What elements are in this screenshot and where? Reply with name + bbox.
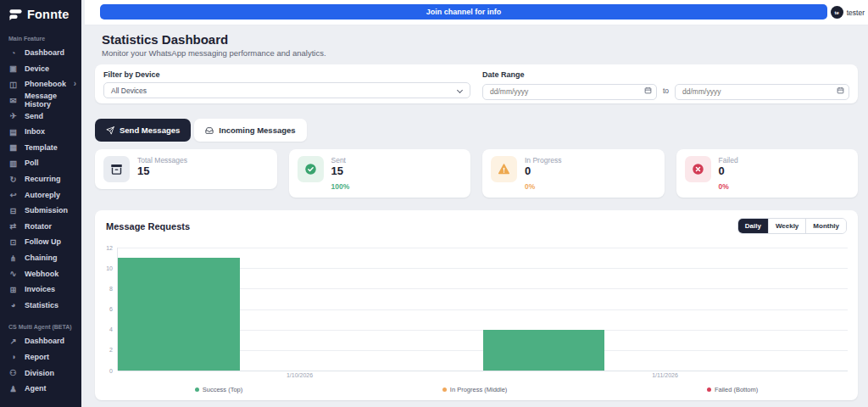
range-button-weekly[interactable]: Weekly [769,219,806,233]
sidebar-item-label: Poll [25,159,39,167]
legend-item-in[interactable]: In Progress (Middle) [442,386,508,393]
sidebar-item-label: Division [25,369,54,377]
sidebar-item-webhook[interactable]: ∿Webhook [0,265,85,282]
device-select-value: All Devices [111,86,147,95]
sidebar-item-division[interactable]: ⚇Division [0,365,85,381]
chart-x-axis: 1/10/20261/11/2026 [117,372,848,378]
warning-triangle-icon [491,156,517,182]
follow-up-icon: ⊡ [8,237,18,247]
person-icon: ♟ [8,384,18,393]
stat-label: In Progress [525,156,561,164]
sidebar-item-label: Follow Up [25,237,61,246]
sidebar-item-agent[interactable]: ♟Agent [0,381,85,397]
date-to-input[interactable] [675,84,849,100]
legend-label: Success (Top) [203,386,243,393]
device-icon: ▣ [8,64,18,73]
x-circle-icon [685,156,711,182]
sidebar-item-label: Autoreply [25,191,60,199]
device-filter-label: Filter by Device [103,70,470,79]
sidebar-item-dashboard[interactable]: ◔Dashboard [0,45,85,61]
sidebar-item-recurring[interactable]: ↻Recurring [0,171,85,187]
sidebar-item-cs-dashboard[interactable]: ↗Dashboard [0,333,85,349]
y-tick-label: 10 [106,265,113,271]
stat-value: 0 [525,164,561,179]
chart-card: Message Requests DailyWeeklyMonthly 0246… [95,210,858,400]
sidebar-item-chaining[interactable]: ⋔Chaining [0,250,85,266]
sidebar-item-follow-up[interactable]: ⊡Follow Up [0,234,85,250]
sidebar-item-phonebook[interactable]: ◫Phonebook› [0,76,85,92]
sidebar-item-label: Dashboard [25,337,64,345]
date-range-label: Date Range [482,70,849,79]
bar-chart-plot [117,248,848,371]
sidebar-nav: Main Feature◔Dashboard▣Device◫Phonebook›… [0,25,85,396]
legend-dot-icon [707,387,711,392]
username: tester [847,8,865,17]
user-menu[interactable]: te tester [831,6,865,19]
page-subtitle: Monitor your WhatsApp messaging performa… [102,48,326,58]
recurring-icon: ↻ [8,175,18,184]
x-tick-label: 1/11/2026 [482,372,848,378]
gridline [118,371,848,371]
users-icon: ⚇ [8,368,18,377]
main-content: Statistics Dashboard Monitor your WhatsA… [85,25,868,407]
sidebar-item-label: Statistics [25,301,58,309]
autoreply-icon: ↩ [8,190,18,199]
sidebar-item-label: Webhook [25,270,58,278]
bar-group [118,248,483,371]
date-range-filter: Date Range to [482,70,849,98]
device-select[interactable]: All Devices [103,82,470,98]
legend-item-success[interactable]: Success (Top) [195,386,243,393]
tab-label: Send Messages [120,125,180,135]
stat-value: 0 [719,164,738,179]
chaining-icon: ⋔ [8,254,18,263]
sidebar-item-label: Rotator [25,222,52,231]
rotator-icon: ⇄ [8,221,18,231]
message-tabs: Send MessagesIncoming Messages [95,119,307,142]
stats-row: Total Messages15Sent15100%In Progress00%… [95,149,858,198]
sidebar-item-rotator[interactable]: ⇄Rotator [0,219,85,235]
range-button-monthly[interactable]: Monthly [806,219,846,233]
legend-dot-icon [442,387,447,392]
sidebar-item-message-history[interactable]: ✉Message History [0,92,85,109]
sidebar-item-label: Chaining [25,254,58,262]
dashboard-icon: ◔ [8,48,18,58]
sidebar-item-inbox[interactable]: ▤Inbox [0,124,85,140]
sidebar-item-label: Template [25,143,58,152]
stat-label: Sent [331,156,350,164]
sidebar-item-submission[interactable]: ⊟Submission [0,203,85,219]
sidebar-item-poll[interactable]: ▥Poll [0,155,85,171]
tab-send-messages[interactable]: Send Messages [95,119,191,142]
topbar: Join channel for info te tester [85,0,868,25]
sidebar-item-report[interactable]: ◑Report [0,349,85,365]
range-toggle: DailyWeeklyMonthly [737,218,847,234]
sidebar-section-label: Main Feature [0,25,85,45]
sidebar-item-label: Phonebook [25,80,66,88]
sidebar-item-label: Message History [25,92,76,109]
join-channel-banner[interactable]: Join channel for info [100,4,827,20]
chart-legend: Success (Top)In Progress (Middle)Failed … [95,386,858,393]
sidebar-item-statistics[interactable]: ◕Statistics [0,298,85,314]
date-from-input[interactable] [482,84,657,100]
sidebar-item-send[interactable]: ✈Send [0,108,85,124]
stat-card-failed: Failed00% [676,149,859,198]
check-circle-icon [298,156,324,182]
device-filter: Filter by Device All Devices [103,70,470,98]
statistics-icon: ◕ [8,300,18,309]
stat-label: Total Messages [137,156,187,164]
legend-item-failed[interactable]: Failed (Bottom) [707,386,758,393]
external-link-icon: ↗ [8,337,18,346]
sidebar-item-template[interactable]: ▦Template [0,140,85,156]
poll-icon: ▥ [8,159,18,168]
stat-percent: 0% [525,182,561,191]
template-icon: ▦ [8,142,18,152]
app-logo[interactable]: Fonnte [0,0,85,25]
range-button-daily[interactable]: Daily [738,219,769,233]
stat-percent: 0% [719,182,738,191]
sidebar-item-invoices[interactable]: ⊞Invoices [0,282,85,298]
tab-incoming-messages[interactable]: Incoming Messages [194,119,306,142]
page-title: Statistics Dashboard [102,32,228,47]
sidebar-item-autoreply[interactable]: ↩Autoreply [0,187,85,203]
stat-card-sent: Sent15100% [289,149,471,198]
sidebar-item-device[interactable]: ▣Device [0,61,85,77]
sidebar-scrollbar[interactable] [81,0,85,407]
